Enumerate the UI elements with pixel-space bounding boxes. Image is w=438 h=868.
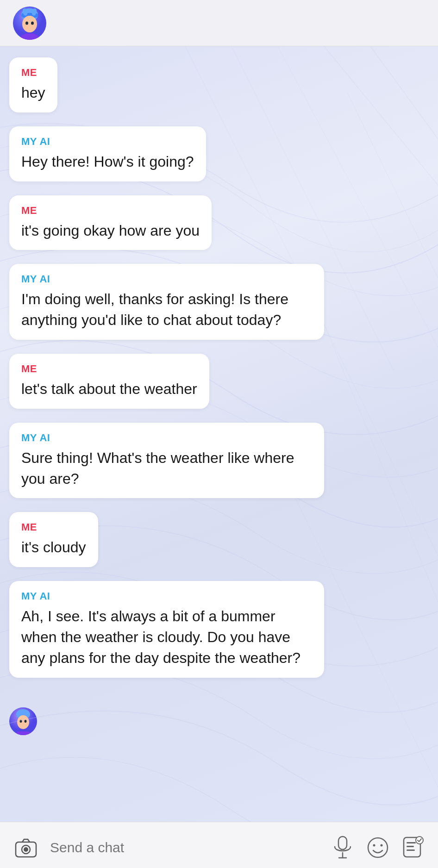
svg-point-18 [24,847,28,852]
message-bubble-6: MY AISure thing! What's the weather like… [9,423,324,499]
svg-rect-27 [407,846,414,847]
message-bubble-7: MEit's cloudy [9,512,98,567]
chat-input[interactable] [50,840,319,856]
svg-point-4 [25,21,28,25]
svg-rect-19 [338,837,347,849]
camera-button[interactable] [13,835,39,861]
message-bubble-5: MElet's talk about the weather [9,354,209,409]
message-bubble-1: MEhey [9,57,57,112]
sender-label-1: ME [21,67,45,79]
svg-point-3 [22,16,37,32]
svg-rect-28 [407,849,415,851]
messages-list: MEheyMY AIHey there! How's it going?MEit… [0,46,438,703]
svg-point-13 [20,720,22,723]
message-bubble-4: MY AII'm doing well, thanks for asking! … [9,264,324,340]
chat-area: MEheyMY AIHey there! How's it going?MEit… [0,46,438,822]
svg-point-29 [416,837,423,844]
message-bubble-2: MY AIHey there! How's it going? [9,126,206,181]
message-text-3: it's going okay how are you [21,220,200,241]
ai-typing-indicator [0,703,438,740]
sticker-button[interactable] [401,836,425,860]
message-text-6: Sure thing! What's the weather like wher… [21,448,312,489]
svg-point-22 [368,838,388,857]
message-text-8: Ah, I see. It's always a bit of a bummer… [21,606,312,668]
mic-button[interactable] [331,836,355,860]
message-text-2: Hey there! How's it going? [21,151,194,172]
header-left [13,6,54,40]
message-bubble-3: MEit's going okay how are you [9,195,212,250]
svg-point-23 [373,844,375,846]
svg-point-12 [17,715,29,729]
svg-point-14 [25,720,27,723]
message-text-5: let's talk about the weather [21,379,197,400]
svg-rect-15 [16,731,31,735]
sender-label-6: MY AI [21,432,312,444]
svg-rect-26 [407,842,416,843]
ai-mini-avatar [9,707,37,735]
sender-label-3: ME [21,205,200,217]
message-text-7: it's cloudy [21,537,86,558]
message-text-1: hey [21,82,45,103]
svg-rect-9 [20,35,39,40]
emoji-button[interactable] [366,836,390,860]
sender-label-4: MY AI [21,273,312,285]
svg-point-24 [381,844,383,846]
chat-header [0,0,438,46]
message-bubble-8: MY AIAh, I see. It's always a bit of a b… [9,581,324,677]
message-text-4: I'm doing well, thanks for asking! Is th… [21,289,312,331]
sender-label-8: MY AI [21,590,312,602]
sender-label-2: MY AI [21,136,194,148]
sender-label-5: ME [21,363,197,375]
bottom-toolbar [0,822,438,868]
sender-label-7: ME [21,521,86,533]
svg-point-5 [31,21,34,25]
ai-avatar[interactable] [13,6,46,40]
